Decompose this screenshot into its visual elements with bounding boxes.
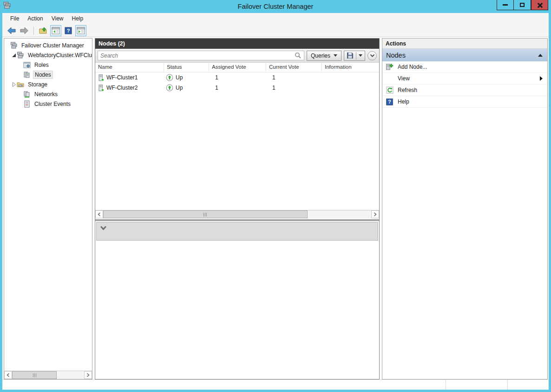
window-controls — [497, 0, 548, 10]
server-node-icon — [98, 85, 104, 91]
menu-file[interactable]: File — [6, 14, 23, 23]
menu-view[interactable]: View — [47, 14, 68, 23]
tree-item-cluster[interactable]: WebfactoryCluster.WFClust — [4, 50, 92, 60]
pane-splitter[interactable] — [95, 218, 379, 222]
app-icon — [3, 1, 11, 12]
menu-help[interactable]: Help — [68, 14, 88, 23]
roles-icon — [23, 61, 31, 69]
up-one-level-button[interactable] — [38, 25, 49, 36]
show-action-pane-icon — [77, 27, 85, 34]
tree-horizontal-scrollbar — [4, 371, 92, 379]
summary-pane-header[interactable] — [96, 222, 378, 241]
tree-item-networks[interactable]: Networks — [4, 89, 92, 99]
scrollbar-track[interactable] — [57, 371, 84, 379]
window-title: Failover Cluster Manager — [0, 3, 551, 10]
show-console-tree-icon — [52, 27, 60, 34]
queries-dropdown-button[interactable]: Queries — [307, 51, 341, 61]
help-button[interactable]: ? — [63, 25, 74, 36]
minimize-button[interactable] — [497, 0, 514, 10]
action-refresh[interactable]: Refresh — [382, 85, 547, 96]
current-vote: 1 — [266, 74, 322, 81]
help-icon: ? — [386, 98, 394, 105]
storage-icon — [17, 81, 25, 88]
column-header-information[interactable]: Information — [322, 63, 379, 72]
list-horizontal-scrollbar — [95, 210, 379, 218]
action-help[interactable]: ? Help — [382, 96, 547, 108]
collapse-search-button[interactable] — [367, 51, 377, 60]
column-header-name[interactable]: Name — [95, 63, 164, 72]
console-tree: Failover Cluster Manager WebfactoryClust… — [4, 39, 92, 371]
actions-section-nodes[interactable]: Nodes — [382, 49, 547, 61]
nodes-results-panel: Nodes (2) Queries — [95, 38, 380, 379]
cluster-manager-icon — [10, 42, 18, 49]
chevron-down-icon — [370, 54, 375, 58]
column-headers: Name Status Assigned Vote Current Vote I… — [95, 63, 379, 72]
scroll-left-button[interactable] — [4, 371, 12, 379]
tree-item-label: Cluster Events — [33, 100, 72, 108]
tree-item-label: Roles — [33, 61, 50, 69]
show-console-tree-button[interactable] — [50, 25, 61, 36]
tree-item-failover-cluster-manager[interactable]: Failover Cluster Manager — [4, 40, 92, 50]
summary-pane-body — [96, 241, 378, 378]
menu-action[interactable]: Action — [23, 14, 47, 23]
scroll-left-button[interactable] — [95, 210, 103, 218]
scrollbar-thumb[interactable] — [12, 371, 57, 379]
table-row[interactable]: WF-Cluster1 Up 1 1 — [95, 72, 379, 83]
current-vote: 1 — [266, 85, 322, 91]
results-pane-title: Nodes (2) — [95, 39, 379, 49]
save-icon — [347, 52, 354, 59]
status-bar-segment — [507, 380, 549, 390]
status-up-icon — [166, 84, 173, 91]
collapse-section-icon — [538, 54, 543, 57]
nodes-list: WF-Cluster1 Up 1 1 — [95, 72, 379, 210]
save-query-split-button[interactable] — [344, 51, 365, 61]
node-name: WF-Cluster2 — [106, 85, 138, 91]
tree-item-roles[interactable]: Roles — [4, 60, 92, 70]
svg-text:?: ? — [67, 28, 70, 33]
search-input[interactable] — [100, 52, 295, 59]
close-button[interactable] — [531, 0, 548, 10]
toolbar: ? — [2, 24, 549, 37]
scroll-right-button[interactable] — [371, 210, 379, 218]
close-icon — [537, 2, 543, 8]
column-header-assigned-vote[interactable]: Assigned Vote — [209, 63, 266, 72]
node-status: Up — [176, 74, 183, 81]
collapsed-arrow-icon[interactable] — [11, 82, 17, 87]
column-header-status[interactable]: Status — [164, 63, 209, 72]
titlebar: Failover Cluster Manager — [0, 0, 551, 13]
tree-item-storage[interactable]: Storage — [4, 79, 92, 89]
expanded-arrow-icon[interactable] — [11, 53, 17, 58]
toolbar-separator — [33, 26, 34, 35]
back-icon — [7, 27, 16, 34]
back-button[interactable] — [6, 25, 17, 36]
maximize-button[interactable] — [514, 0, 531, 10]
networks-icon — [23, 91, 31, 98]
action-item-label: View — [398, 75, 410, 82]
submenu-arrow-icon — [540, 76, 543, 81]
column-header-current-vote[interactable]: Current Vote — [266, 63, 322, 72]
scrollbar-thumb[interactable] — [103, 210, 308, 218]
tree-item-cluster-events[interactable]: Cluster Events — [4, 99, 92, 109]
status-bar — [2, 379, 549, 390]
action-item-label: Help — [398, 98, 409, 105]
tree-item-nodes[interactable]: Nodes — [4, 70, 92, 79]
scroll-right-button[interactable] — [84, 371, 92, 379]
show-action-pane-button[interactable] — [75, 25, 86, 36]
app-window: Failover Cluster Manager File Action Vie… — [0, 0, 551, 392]
action-view[interactable]: View — [382, 73, 547, 85]
action-item-label: Add Node... — [398, 64, 427, 70]
actions-panel: Actions Nodes Add Node... — [382, 38, 548, 379]
chevron-down-icon — [334, 54, 337, 57]
forward-icon — [20, 27, 29, 34]
search-box[interactable] — [98, 51, 304, 60]
forward-button[interactable] — [19, 25, 30, 36]
action-add-node[interactable]: Add Node... — [382, 61, 547, 73]
table-row[interactable]: WF-Cluster2 Up 1 1 — [95, 83, 379, 93]
queries-label: Queries — [311, 52, 330, 59]
chevron-down-icon — [359, 54, 362, 57]
console-tree-panel: Failover Cluster Manager WebfactoryClust… — [4, 38, 92, 379]
minimize-icon — [503, 4, 508, 6]
help-icon: ? — [65, 27, 72, 34]
actions-pane-title: Actions — [382, 39, 547, 49]
scrollbar-track[interactable] — [308, 210, 371, 218]
